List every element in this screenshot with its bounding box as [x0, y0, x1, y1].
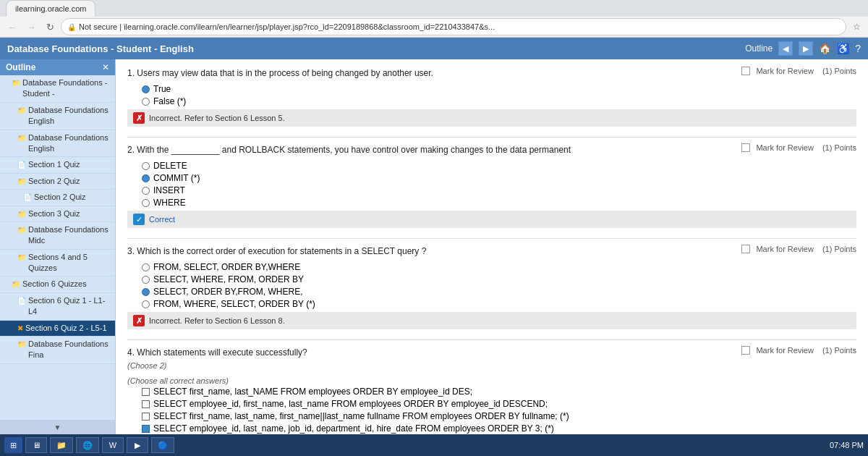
question-4-option-3[interactable]: SELECT employee_id, last_name, job_id, d… — [142, 423, 856, 434]
taskbar-item-2[interactable]: 📁 — [50, 437, 73, 453]
next-nav-button[interactable]: ▶ — [799, 41, 813, 56]
checkbox-q4-0[interactable] — [142, 388, 150, 396]
incorrect-icon-q3: ✗ — [133, 315, 145, 326]
back-button[interactable]: ← — [4, 19, 20, 35]
radio-q2-0[interactable] — [142, 162, 150, 170]
question-3-option-2[interactable]: SELECT, ORDER BY,FROM, WHERE, — [142, 287, 856, 297]
browser-tab[interactable]: ilearning.oracle.com — [6, 0, 95, 17]
question-4-option-1[interactable]: SELECT employee_id, first_name, last_nam… — [142, 399, 856, 409]
radio-q3-1[interactable] — [142, 276, 150, 284]
question-3-option-3[interactable]: FROM, WHERE, SELECT, ORDER BY (*) — [142, 299, 856, 309]
sidebar-item-0[interactable]: 📁 Database Foundations - Student - — [0, 75, 115, 103]
sidebar-item-label-7: Database Foundations Midc — [28, 224, 112, 247]
folder-icon-7: 📁 — [17, 225, 26, 235]
sidebar-scroll-down[interactable]: ▼ — [0, 420, 115, 434]
refresh-button[interactable]: ↻ — [42, 19, 58, 35]
outline-button[interactable]: Outline — [745, 43, 773, 54]
question-1-option-0[interactable]: True — [142, 84, 856, 94]
radio-q1-1[interactable] — [142, 98, 150, 106]
sidebar-item-6[interactable]: 📁 Section 3 Quiz — [0, 206, 115, 222]
taskbar-item-5[interactable]: ▶ — [127, 437, 148, 453]
accessibility-icon-button[interactable]: ♿ — [837, 43, 849, 54]
feedback-text-q2: Correct — [149, 215, 175, 224]
sidebar-item-11[interactable]: ✖ Section 6 Quiz 2 - L5-1 — [0, 321, 115, 337]
checkbox-q4-1[interactable] — [142, 400, 150, 408]
sidebar: Outline ✕ 📁 Database Foundations - Stude… — [0, 59, 116, 434]
help-icon-button[interactable]: ? — [855, 43, 861, 54]
home-icon-button[interactable]: 🏠 — [819, 43, 831, 54]
question-2-option-1[interactable]: COMMIT (*) — [142, 173, 856, 183]
option-q4-0-label: SELECT first_name, last_NAME FROM employ… — [153, 387, 472, 397]
prev-nav-button[interactable]: ◀ — [778, 41, 793, 56]
question-1: 1. Users may view data that is in the pr… — [127, 67, 856, 127]
question-1-option-1[interactable]: False (*) — [142, 96, 856, 106]
sidebar-item-2[interactable]: 📁 Database Foundations English — [0, 130, 115, 158]
radio-q1-0[interactable] — [142, 85, 150, 93]
option-q3-1-label: SELECT, WHERE, FROM, ORDER BY — [153, 274, 304, 284]
question-1-mark-review-checkbox[interactable] — [741, 67, 750, 75]
folder-icon-9: 📁 — [12, 279, 20, 290]
question-1-text: 1. Users may view data that is in the pr… — [127, 67, 433, 80]
radio-q2-3[interactable] — [142, 199, 150, 207]
content-area: 1. Users may view data that is in the pr… — [116, 59, 868, 434]
sidebar-item-3[interactable]: 📄 Section 1 Quiz — [0, 157, 115, 173]
taskbar-item-4[interactable]: W — [102, 437, 124, 453]
option-q4-3-label: SELECT employee_id, last_name, job_id, d… — [153, 423, 554, 434]
sidebar-item-8[interactable]: 📁 Sections 4 and 5 Quizzes — [0, 250, 115, 277]
question-2-text: 2. With the __________ and ROLLBACK stat… — [127, 143, 571, 156]
sidebar-item-4[interactable]: 📁 Section 2 Quiz — [0, 174, 115, 190]
sidebar-item-label-4: Section 2 Quiz — [28, 176, 80, 187]
taskbar-item-3[interactable]: 🌐 — [76, 437, 99, 453]
question-2-mark-review-checkbox[interactable] — [741, 143, 750, 152]
checkbox-q4-2[interactable] — [142, 413, 150, 421]
feedback-text-q3: Incorrect. Refer to Section 6 Lesson 8. — [149, 316, 285, 325]
folder-icon-1: 📁 — [17, 106, 26, 116]
sidebar-item-label-3: Section 1 Quiz — [28, 159, 80, 170]
question-3-points: (1) Points — [822, 245, 856, 253]
sidebar-item-1[interactable]: 📁 Database Foundations English — [0, 103, 115, 130]
option-q1-0-label: True — [153, 84, 171, 94]
radio-q3-0[interactable] — [142, 263, 150, 271]
sidebar-item-9[interactable]: 📁 Section 6 Quizzes — [0, 276, 115, 292]
sidebar-item-5[interactable]: 📄 Section 2 Quiz — [0, 190, 115, 206]
taskbar-item-6[interactable]: 🔵 — [151, 437, 174, 453]
browser-toolbar: ← → ↻ 🔒 Not secure | ilearning.oracle.co… — [0, 17, 868, 38]
option-q2-2-label: INSERT — [153, 185, 185, 195]
sidebar-item-12[interactable]: 📁 Database Foundations Fina — [0, 337, 115, 364]
folder-icon-8: 📁 — [17, 253, 26, 263]
address-bar[interactable]: 🔒 Not secure | ilearning.oracle.com/ilea… — [61, 18, 846, 35]
folder-icon-12: 📁 — [17, 339, 26, 350]
question-2-feedback: ✓ Correct — [127, 211, 856, 228]
question-4-mark-review-checkbox[interactable] — [741, 346, 750, 355]
radio-q3-3[interactable] — [142, 300, 150, 308]
question-3-option-1[interactable]: SELECT, WHERE, FROM, ORDER BY — [142, 274, 856, 284]
bookmark-button[interactable]: ☆ — [849, 20, 864, 34]
question-4-option-2[interactable]: SELECT first_name, last_name, first_name… — [142, 411, 856, 421]
radio-q3-2[interactable] — [142, 288, 150, 296]
radio-q2-1[interactable] — [142, 174, 150, 182]
question-2-option-3[interactable]: WHERE — [142, 198, 856, 208]
question-3-option-0[interactable]: FROM, SELECT, ORDER BY,WHERE — [142, 262, 856, 272]
sidebar-item-label-2: Database Foundations English — [28, 132, 112, 155]
question-2: 2. With the __________ and ROLLBACK stat… — [127, 143, 856, 228]
radio-q2-2[interactable] — [142, 187, 150, 195]
forward-button[interactable]: → — [23, 19, 39, 35]
question-4-text: 4. Which statements will execute success… — [127, 346, 307, 372]
checkbox-q4-3[interactable] — [142, 425, 150, 433]
taskbar-start-button[interactable]: ⊞ — [4, 437, 22, 453]
url-text: Not secure | ilearning.oracle.com/ilearn… — [79, 22, 840, 31]
question-3-mark-review-checkbox[interactable] — [741, 245, 750, 253]
app-header: Database Foundations - Student - English… — [0, 38, 868, 59]
sidebar-item-7[interactable]: 📁 Database Foundations Midc — [0, 222, 115, 250]
sidebar-title: Outline — [6, 62, 35, 72]
question-4-option-0[interactable]: SELECT first_name, last_NAME FROM employ… — [142, 387, 856, 397]
sidebar-item-label-6: Section 3 Quiz — [28, 208, 80, 219]
sidebar-item-10[interactable]: 📄 Section 6 Quiz 1 - L1-L4 — [0, 293, 115, 321]
question-2-option-0[interactable]: DELETE — [142, 161, 856, 171]
taskbar-item-1[interactable]: 🖥 — [25, 437, 47, 453]
sidebar-close-button[interactable]: ✕ — [102, 62, 109, 72]
question-4-meta: Mark for Review (1) Points — [741, 346, 856, 355]
browser-chrome: ilearning.oracle.com ← → ↻ 🔒 Not secure … — [0, 0, 868, 38]
sidebar-header: Outline ✕ — [0, 59, 115, 75]
question-2-option-2[interactable]: INSERT — [142, 185, 856, 195]
